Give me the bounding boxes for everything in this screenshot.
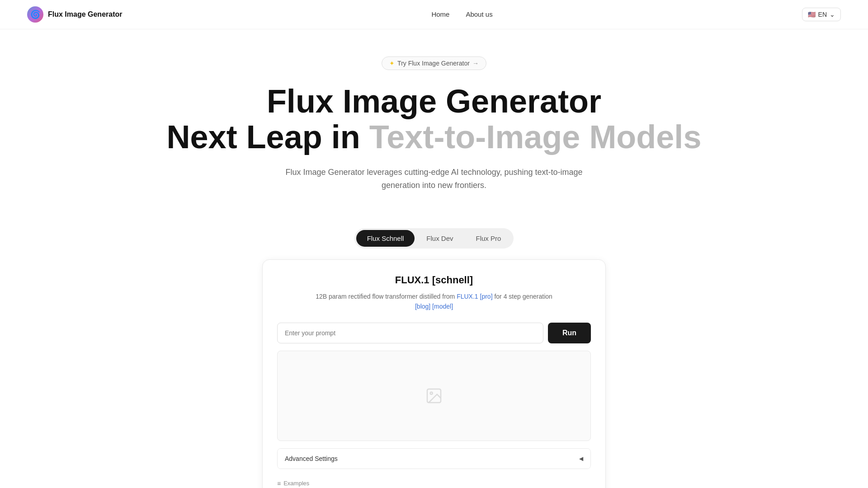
image-placeholder-icon: [425, 387, 443, 405]
nav-links: Home About us: [431, 10, 492, 19]
card-title: FLUX.1 [schnell]: [277, 274, 591, 286]
model-link[interactable]: [model]: [432, 303, 453, 310]
image-output-area: [277, 351, 591, 441]
chevron-down-icon: ⌄: [830, 11, 835, 18]
blog-link[interactable]: [blog]: [415, 303, 430, 310]
nav-link-home[interactable]: Home: [431, 10, 449, 18]
flux-pro-link[interactable]: FLUX.1 [pro]: [457, 293, 492, 300]
hero-title-line2: Next Leap in Text-to-Image Models: [9, 119, 859, 155]
hero-section: ✦ Try Flux Image Generator → Flux Image …: [0, 29, 868, 228]
advanced-settings-header[interactable]: Advanced Settings ◀: [278, 449, 590, 469]
hero-badge-text: Try Flux Image Generator: [397, 60, 470, 67]
list-icon: ≡: [277, 480, 281, 487]
tab-flux-pro[interactable]: Flux Pro: [465, 230, 512, 247]
model-tabs: Flux Schnell Flux Dev Flux Pro: [354, 228, 514, 249]
advanced-settings-arrow-icon: ◀: [579, 455, 583, 462]
card-description: 12B param rectified flow transformer dis…: [277, 291, 591, 312]
tab-flux-schnell[interactable]: Flux Schnell: [356, 230, 415, 247]
nav-link-about[interactable]: About us: [466, 10, 492, 18]
nav-logo[interactable]: 🌀 Flux Image Generator: [27, 6, 123, 23]
examples-section: ≡ Examples a tiny astronaut hatching fro…: [277, 478, 591, 488]
description-text: 12B param rectified flow transformer dis…: [316, 293, 457, 300]
hero-subtitle: Flux Image Generator leverages cutting-e…: [276, 166, 592, 192]
logo-icon: 🌀: [27, 6, 43, 23]
hero-title: Flux Image Generator Next Leap in Text-t…: [9, 84, 859, 155]
run-button[interactable]: Run: [548, 323, 591, 343]
generator-card: FLUX.1 [schnell] 12B param rectified flo…: [262, 259, 606, 488]
lang-code: EN: [818, 11, 827, 18]
hero-title-line2-normal: Next Leap in: [167, 119, 369, 155]
prompt-input[interactable]: [277, 323, 543, 343]
arrow-icon: →: [472, 60, 479, 67]
prompt-row: Run: [277, 323, 591, 343]
advanced-settings-panel: Advanced Settings ◀: [277, 448, 591, 469]
examples-label: Examples: [283, 480, 309, 487]
tab-flux-dev[interactable]: Flux Dev: [415, 230, 464, 247]
hero-title-line2-muted: Text-to-Image Models: [369, 119, 702, 155]
flag-icon: 🇺🇸: [808, 11, 816, 18]
tabs-container: Flux Schnell Flux Dev Flux Pro: [0, 228, 868, 249]
navbar: 🌀 Flux Image Generator Home About us 🇺🇸 …: [0, 0, 868, 29]
hero-badge[interactable]: ✦ Try Flux Image Generator →: [382, 56, 486, 70]
advanced-settings-label: Advanced Settings: [285, 455, 338, 462]
logo-text: Flux Image Generator: [48, 10, 123, 19]
language-selector[interactable]: 🇺🇸 EN ⌄: [802, 8, 841, 21]
description-suffix: for 4 step generation: [493, 293, 552, 300]
card-wrapper: FLUX.1 [schnell] 12B param rectified flo…: [0, 259, 868, 488]
svg-point-1: [430, 392, 433, 394]
examples-header: ≡ Examples: [277, 480, 591, 487]
hero-title-line1: Flux Image Generator: [9, 84, 859, 119]
star-icon: ✦: [389, 60, 395, 67]
